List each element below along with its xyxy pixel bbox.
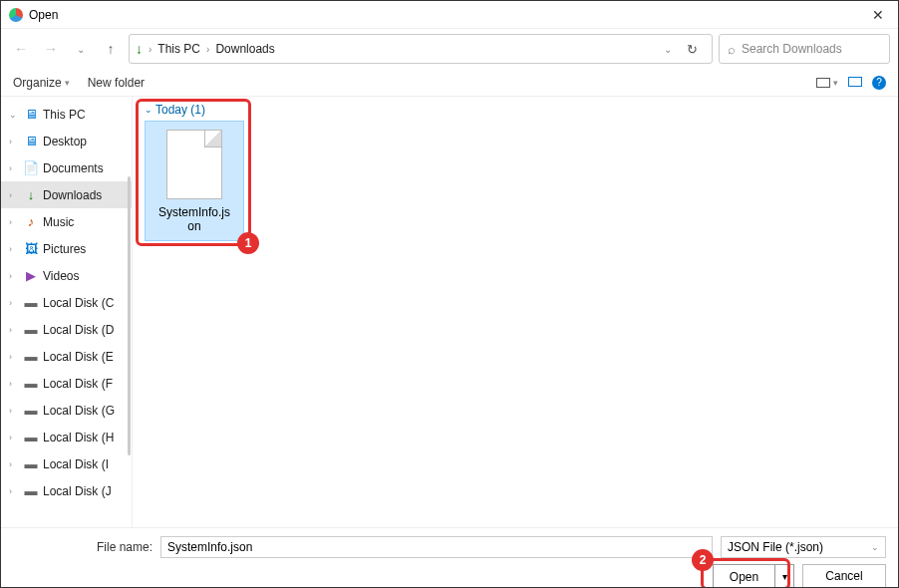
chevron-right-icon: ›	[9, 433, 19, 442]
breadcrumb-downloads[interactable]: Downloads	[215, 42, 274, 56]
toolbar-left: Organize ▾ New folder	[13, 76, 145, 90]
chevron-right-icon: ›	[9, 190, 19, 200]
search-placeholder: Search Downloads	[742, 42, 842, 56]
file-icon	[166, 130, 222, 199]
bottom-bar: File name: JSON File (*.json) ⌄ Open ▾ C…	[1, 527, 898, 588]
open-dropdown[interactable]: ▾	[775, 565, 793, 587]
music-icon: ♪	[24, 215, 38, 229]
preview-pane-button[interactable]	[848, 76, 862, 90]
view-icon	[816, 78, 830, 88]
disk-icon: ▬	[24, 484, 38, 498]
sidebar-item-local-disk[interactable]: › ▬ Local Disk (D	[1, 316, 132, 343]
filename-input[interactable]	[160, 536, 713, 558]
title-bar: Open ✕	[1, 1, 898, 29]
chevron-down-icon: ⌄	[9, 110, 19, 120]
search-input[interactable]: ⌕ Search Downloads	[719, 34, 890, 64]
chevron-right-icon: ›	[9, 137, 19, 147]
desktop-icon: 🖥	[24, 135, 38, 148]
disk-icon: ▬	[24, 350, 38, 364]
back-button[interactable]: ←	[9, 37, 33, 61]
app-icon	[9, 8, 23, 22]
up-button[interactable]: ↑	[99, 37, 123, 61]
forward-button[interactable]: →	[39, 37, 63, 61]
chevron-right-icon: ›	[9, 379, 19, 389]
chevron-down-icon: ⌄	[145, 105, 152, 115]
window-title: Open	[29, 8, 58, 22]
pc-icon: 🖥	[24, 108, 38, 122]
file-list[interactable]: ⌄ Today (1) SystemInfo.js on 1	[133, 97, 898, 527]
chevron-right-icon: ›	[9, 352, 19, 362]
chevron-right-icon: ›	[206, 44, 209, 55]
navigation-pane[interactable]: ⌄ 🖥 This PC › 🖥 Desktop › 📄 Documents › …	[1, 97, 133, 527]
chevron-right-icon: ›	[9, 298, 19, 308]
breadcrumb-this-pc[interactable]: This PC	[157, 42, 200, 56]
main-area: ⌄ 🖥 This PC › 🖥 Desktop › 📄 Documents › …	[1, 97, 898, 527]
chevron-right-icon: ›	[9, 325, 19, 335]
open-button[interactable]: Open	[714, 565, 775, 588]
sidebar-item-this-pc[interactable]: ⌄ 🖥 This PC	[1, 101, 132, 128]
help-icon[interactable]: ?	[872, 76, 886, 90]
cancel-button[interactable]: Cancel	[802, 564, 886, 588]
sidebar-item-local-disk[interactable]: › ▬ Local Disk (G	[1, 397, 132, 424]
new-folder-button[interactable]: New folder	[88, 76, 145, 90]
disk-icon: ▬	[24, 404, 38, 418]
filetype-dropdown[interactable]: JSON File (*.json) ⌄	[721, 536, 886, 558]
history-dropdown[interactable]: ⌄	[69, 37, 93, 61]
chevron-down-icon: ▾	[65, 78, 70, 88]
downloads-icon: ↓	[24, 188, 38, 202]
sidebar-item-local-disk[interactable]: › ▬ Local Disk (H	[1, 424, 132, 450]
file-label: SystemInfo.js on	[150, 205, 239, 234]
toolbar: Organize ▾ New folder ▾ ?	[1, 69, 898, 97]
sidebar-item-local-disk[interactable]: › ▬ Local Disk (E	[1, 343, 132, 370]
chevron-right-icon: ›	[9, 486, 19, 496]
disk-icon: ▬	[24, 457, 38, 471]
pictures-icon: 🖼	[24, 242, 38, 256]
chevron-right-icon: ›	[149, 44, 151, 55]
file-item-systeminfo[interactable]: SystemInfo.js on	[145, 121, 244, 241]
sidebar-item-music[interactable]: › ♪ Music	[1, 208, 132, 235]
chevron-right-icon: ›	[9, 271, 19, 281]
sidebar-item-desktop[interactable]: › 🖥 Desktop	[1, 128, 132, 154]
filename-label: File name:	[13, 540, 152, 554]
chevron-right-icon: ›	[9, 406, 19, 416]
chevron-right-icon: ›	[9, 217, 19, 227]
sidebar-item-videos[interactable]: › ▶ Videos	[1, 262, 132, 289]
toolbar-right: ▾ ?	[816, 76, 886, 90]
sidebar-item-documents[interactable]: › 📄 Documents	[1, 154, 132, 181]
chevron-down-icon: ▾	[833, 78, 838, 88]
disk-icon: ▬	[24, 323, 38, 337]
nav-bar: ← → ⌄ ↑ ↓ › This PC › Downloads ⌄ ↻ ⌕ Se…	[1, 29, 898, 69]
preview-icon	[848, 77, 862, 87]
organize-button[interactable]: Organize ▾	[13, 76, 70, 90]
address-dropdown[interactable]: ⌄	[664, 44, 672, 55]
videos-icon: ▶	[24, 269, 38, 283]
chevron-right-icon: ›	[9, 163, 19, 173]
disk-icon: ▬	[24, 431, 38, 444]
documents-icon: 📄	[24, 161, 38, 175]
disk-icon: ▬	[24, 296, 38, 310]
view-button[interactable]: ▾	[816, 78, 838, 88]
refresh-button[interactable]: ↻	[678, 42, 706, 57]
sidebar-item-local-disk[interactable]: › ▬ Local Disk (I	[1, 450, 132, 477]
chevron-right-icon: ›	[9, 459, 19, 469]
chevron-down-icon: ⌄	[871, 542, 879, 552]
sidebar-item-local-disk[interactable]: › ▬ Local Disk (C	[1, 289, 132, 316]
search-icon: ⌕	[728, 42, 736, 57]
sidebar-item-downloads[interactable]: › ↓ Downloads	[1, 181, 132, 208]
sidebar-item-local-disk[interactable]: › ▬ Local Disk (F	[1, 370, 132, 397]
disk-icon: ▬	[24, 377, 38, 391]
downloads-folder-icon: ↓	[136, 41, 143, 57]
group-header-today[interactable]: ⌄ Today (1)	[139, 103, 892, 117]
close-icon[interactable]: ✕	[866, 7, 890, 23]
address-bar[interactable]: ↓ › This PC › Downloads ⌄ ↻	[129, 34, 713, 64]
title-bar-left: Open	[9, 8, 58, 22]
sidebar-item-pictures[interactable]: › 🖼 Pictures	[1, 235, 132, 262]
sidebar-item-local-disk[interactable]: › ▬ Local Disk (J	[1, 477, 132, 504]
chevron-right-icon: ›	[9, 244, 19, 254]
open-button-wrap: Open ▾	[713, 564, 794, 588]
